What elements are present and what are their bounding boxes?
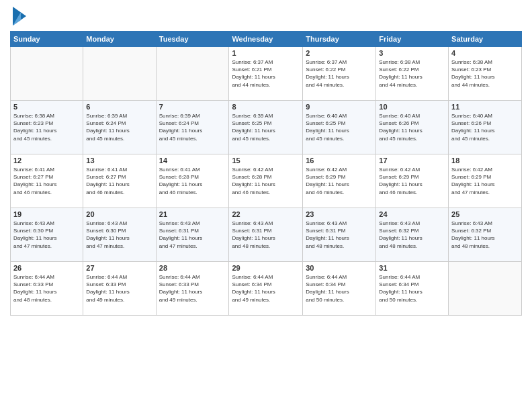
weekday-header: Monday bbox=[83, 32, 156, 47]
calendar-cell: 6Sunrise: 6:39 AM Sunset: 6:24 PM Daylig… bbox=[83, 101, 156, 154]
day-info: Sunrise: 6:43 AM Sunset: 6:30 PM Dayligh… bbox=[86, 220, 152, 250]
day-info: Sunrise: 6:42 AM Sunset: 6:29 PM Dayligh… bbox=[306, 166, 373, 196]
calendar-cell: 26Sunrise: 6:44 AM Sunset: 6:33 PM Dayli… bbox=[11, 262, 83, 316]
day-number: 22 bbox=[232, 210, 300, 218]
calendar-header: SundayMondayTuesdayWednesdayThursdayFrid… bbox=[11, 32, 522, 47]
weekday-header: Friday bbox=[376, 32, 449, 47]
day-number: 28 bbox=[159, 264, 226, 272]
calendar-cell: 18Sunrise: 6:42 AM Sunset: 6:29 PM Dayli… bbox=[449, 154, 522, 208]
day-number: 13 bbox=[86, 156, 152, 165]
day-info: Sunrise: 6:41 AM Sunset: 6:27 PM Dayligh… bbox=[13, 166, 80, 196]
calendar-cell: 27Sunrise: 6:44 AM Sunset: 6:33 PM Dayli… bbox=[83, 262, 156, 316]
day-number: 6 bbox=[86, 103, 152, 111]
calendar-cell bbox=[449, 262, 522, 316]
day-number: 8 bbox=[232, 103, 300, 111]
day-info: Sunrise: 6:42 AM Sunset: 6:28 PM Dayligh… bbox=[232, 166, 300, 196]
day-info: Sunrise: 6:38 AM Sunset: 6:22 PM Dayligh… bbox=[379, 58, 445, 89]
calendar-cell: 17Sunrise: 6:42 AM Sunset: 6:29 PM Dayli… bbox=[376, 154, 449, 208]
calendar-cell: 9Sunrise: 6:40 AM Sunset: 6:25 PM Daylig… bbox=[303, 101, 376, 154]
day-info: Sunrise: 6:39 AM Sunset: 6:25 PM Dayligh… bbox=[232, 112, 300, 142]
calendar-cell: 15Sunrise: 6:42 AM Sunset: 6:28 PM Dayli… bbox=[229, 154, 303, 208]
weekday-header: Tuesday bbox=[156, 32, 229, 47]
day-number: 7 bbox=[159, 103, 226, 111]
calendar-week-row: 26Sunrise: 6:44 AM Sunset: 6:33 PM Dayli… bbox=[11, 262, 522, 316]
day-info: Sunrise: 6:41 AM Sunset: 6:28 PM Dayligh… bbox=[159, 166, 226, 196]
calendar-cell: 5Sunrise: 6:38 AM Sunset: 6:23 PM Daylig… bbox=[11, 101, 83, 154]
day-number: 4 bbox=[451, 49, 519, 57]
weekday-header: Wednesday bbox=[229, 32, 303, 47]
day-number: 14 bbox=[159, 156, 226, 165]
logo-icon bbox=[11, 7, 26, 26]
calendar-cell: 4Sunrise: 6:38 AM Sunset: 6:23 PM Daylig… bbox=[449, 47, 522, 101]
day-info: Sunrise: 6:44 AM Sunset: 6:34 PM Dayligh… bbox=[379, 273, 445, 304]
weekday-header: Saturday bbox=[449, 32, 522, 47]
calendar-cell: 24Sunrise: 6:43 AM Sunset: 6:32 PM Dayli… bbox=[376, 208, 449, 262]
calendar-cell: 1Sunrise: 6:37 AM Sunset: 6:21 PM Daylig… bbox=[229, 47, 303, 101]
calendar-cell: 28Sunrise: 6:44 AM Sunset: 6:33 PM Dayli… bbox=[156, 262, 229, 316]
calendar-cell: 19Sunrise: 6:43 AM Sunset: 6:30 PM Dayli… bbox=[11, 208, 83, 262]
day-info: Sunrise: 6:39 AM Sunset: 6:24 PM Dayligh… bbox=[86, 112, 152, 142]
day-number: 19 bbox=[13, 210, 80, 218]
calendar-body: 1Sunrise: 6:37 AM Sunset: 6:21 PM Daylig… bbox=[11, 47, 522, 316]
weekday-row: SundayMondayTuesdayWednesdayThursdayFrid… bbox=[11, 32, 522, 47]
day-info: Sunrise: 6:44 AM Sunset: 6:33 PM Dayligh… bbox=[159, 273, 226, 304]
day-number: 12 bbox=[13, 156, 80, 165]
day-number: 17 bbox=[379, 156, 445, 165]
calendar-cell: 20Sunrise: 6:43 AM Sunset: 6:30 PM Dayli… bbox=[83, 208, 156, 262]
day-number: 10 bbox=[379, 103, 445, 111]
day-info: Sunrise: 6:37 AM Sunset: 6:21 PM Dayligh… bbox=[232, 58, 300, 89]
day-info: Sunrise: 6:43 AM Sunset: 6:31 PM Dayligh… bbox=[306, 220, 373, 250]
weekday-header: Sunday bbox=[11, 32, 83, 47]
calendar-cell: 13Sunrise: 6:41 AM Sunset: 6:27 PM Dayli… bbox=[83, 154, 156, 208]
calendar-cell: 2Sunrise: 6:37 AM Sunset: 6:22 PM Daylig… bbox=[303, 47, 376, 101]
day-info: Sunrise: 6:39 AM Sunset: 6:24 PM Dayligh… bbox=[159, 112, 226, 142]
day-info: Sunrise: 6:43 AM Sunset: 6:30 PM Dayligh… bbox=[13, 220, 80, 250]
calendar-cell: 7Sunrise: 6:39 AM Sunset: 6:24 PM Daylig… bbox=[156, 101, 229, 154]
day-number: 2 bbox=[306, 49, 373, 57]
calendar-cell bbox=[11, 47, 83, 101]
calendar-cell bbox=[156, 47, 229, 101]
day-number: 20 bbox=[86, 210, 152, 218]
calendar-cell: 16Sunrise: 6:42 AM Sunset: 6:29 PM Dayli… bbox=[303, 154, 376, 208]
day-number: 25 bbox=[451, 210, 519, 218]
day-info: Sunrise: 6:44 AM Sunset: 6:33 PM Dayligh… bbox=[13, 273, 80, 304]
calendar-cell: 30Sunrise: 6:44 AM Sunset: 6:34 PM Dayli… bbox=[303, 262, 376, 316]
header bbox=[10, 7, 522, 26]
day-number: 3 bbox=[379, 49, 445, 57]
calendar-cell bbox=[83, 47, 156, 101]
day-number: 30 bbox=[306, 264, 373, 272]
weekday-header: Thursday bbox=[303, 32, 376, 47]
calendar-cell: 23Sunrise: 6:43 AM Sunset: 6:31 PM Dayli… bbox=[303, 208, 376, 262]
day-info: Sunrise: 6:40 AM Sunset: 6:26 PM Dayligh… bbox=[379, 112, 445, 142]
page: SundayMondayTuesdayWednesdayThursdayFrid… bbox=[0, 0, 532, 411]
calendar-cell: 29Sunrise: 6:44 AM Sunset: 6:34 PM Dayli… bbox=[229, 262, 303, 316]
day-number: 11 bbox=[451, 103, 519, 111]
day-info: Sunrise: 6:43 AM Sunset: 6:32 PM Dayligh… bbox=[379, 220, 445, 250]
calendar-cell: 10Sunrise: 6:40 AM Sunset: 6:26 PM Dayli… bbox=[376, 101, 449, 154]
calendar-cell: 25Sunrise: 6:43 AM Sunset: 6:32 PM Dayli… bbox=[449, 208, 522, 262]
calendar-cell: 21Sunrise: 6:43 AM Sunset: 6:31 PM Dayli… bbox=[156, 208, 229, 262]
day-info: Sunrise: 6:43 AM Sunset: 6:31 PM Dayligh… bbox=[232, 220, 300, 250]
day-number: 23 bbox=[306, 210, 373, 218]
calendar-cell: 14Sunrise: 6:41 AM Sunset: 6:28 PM Dayli… bbox=[156, 154, 229, 208]
day-info: Sunrise: 6:37 AM Sunset: 6:22 PM Dayligh… bbox=[306, 58, 373, 89]
day-info: Sunrise: 6:44 AM Sunset: 6:34 PM Dayligh… bbox=[232, 273, 300, 304]
calendar-cell: 3Sunrise: 6:38 AM Sunset: 6:22 PM Daylig… bbox=[376, 47, 449, 101]
day-info: Sunrise: 6:43 AM Sunset: 6:32 PM Dayligh… bbox=[451, 220, 519, 250]
day-number: 18 bbox=[451, 156, 519, 165]
day-info: Sunrise: 6:44 AM Sunset: 6:34 PM Dayligh… bbox=[306, 273, 373, 304]
day-info: Sunrise: 6:42 AM Sunset: 6:29 PM Dayligh… bbox=[379, 166, 445, 196]
calendar-cell: 12Sunrise: 6:41 AM Sunset: 6:27 PM Dayli… bbox=[11, 154, 83, 208]
calendar-week-row: 1Sunrise: 6:37 AM Sunset: 6:21 PM Daylig… bbox=[11, 47, 522, 101]
day-info: Sunrise: 6:38 AM Sunset: 6:23 PM Dayligh… bbox=[13, 112, 80, 142]
day-number: 9 bbox=[306, 103, 373, 111]
day-info: Sunrise: 6:42 AM Sunset: 6:29 PM Dayligh… bbox=[451, 166, 519, 196]
day-number: 31 bbox=[379, 264, 445, 272]
day-number: 1 bbox=[232, 49, 300, 57]
calendar-week-row: 12Sunrise: 6:41 AM Sunset: 6:27 PM Dayli… bbox=[11, 154, 522, 208]
calendar-cell: 31Sunrise: 6:44 AM Sunset: 6:34 PM Dayli… bbox=[376, 262, 449, 316]
calendar-cell: 8Sunrise: 6:39 AM Sunset: 6:25 PM Daylig… bbox=[229, 101, 303, 154]
day-info: Sunrise: 6:41 AM Sunset: 6:27 PM Dayligh… bbox=[86, 166, 152, 196]
day-info: Sunrise: 6:40 AM Sunset: 6:26 PM Dayligh… bbox=[451, 112, 519, 142]
calendar-cell: 11Sunrise: 6:40 AM Sunset: 6:26 PM Dayli… bbox=[449, 101, 522, 154]
